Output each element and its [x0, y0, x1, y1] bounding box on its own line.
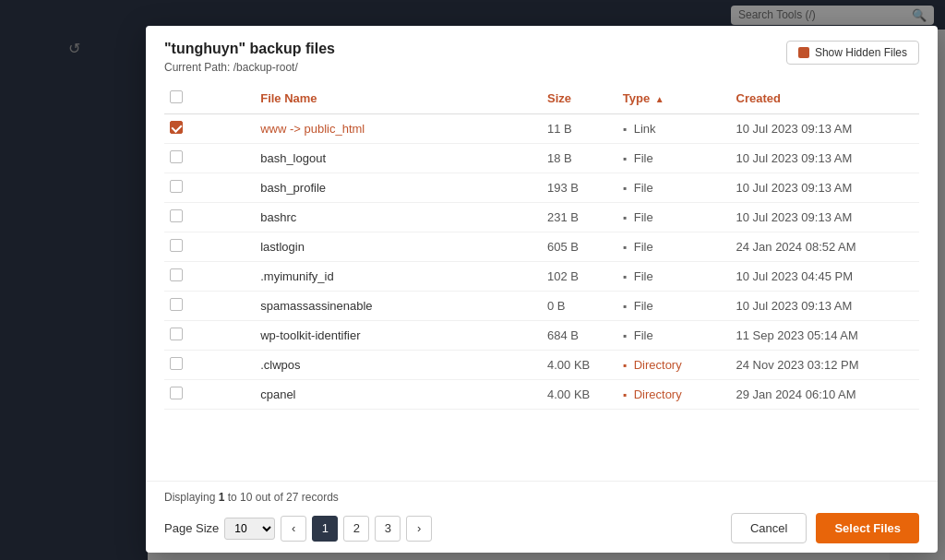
row-size: 4.00 KB	[542, 380, 617, 410]
row-size: 231 B	[542, 203, 617, 232]
prev-page-button[interactable]: ‹	[281, 516, 306, 542]
table-row: .clwpos 4.00 KB ▪ Directory 24 Nov 2023 …	[164, 351, 919, 380]
row-checkbox-cell[interactable]	[164, 232, 255, 262]
show-hidden-files-button[interactable]: Show Hidden Files	[786, 41, 919, 65]
row-checkbox-cell[interactable]	[164, 144, 255, 173]
pagination-section: Page Size 10 25 50 100 ‹ 1 2 3 ›	[164, 516, 432, 542]
file-icon: ▪	[623, 152, 627, 165]
page-3-button[interactable]: 3	[375, 516, 401, 542]
header-type[interactable]: Type ▲	[617, 83, 731, 114]
table-row: bashrc 231 B ▪ File 10 Jul 2023 09:13 AM	[164, 203, 919, 232]
cancel-button[interactable]: Cancel	[731, 513, 807, 543]
red-square-icon	[798, 47, 809, 58]
row-size: 684 B	[542, 321, 617, 351]
modal-footer: Displaying 1 to 10 out of 27 records Pag…	[146, 481, 938, 553]
row-type: ▪ File	[617, 321, 731, 351]
row-checkbox-cell[interactable]	[164, 380, 255, 410]
row-size: 4.00 KB	[542, 351, 617, 380]
header-created[interactable]: Created	[731, 83, 920, 114]
row-filename: lastlogin	[255, 232, 542, 262]
row-filename: bash_profile	[255, 173, 542, 203]
row-checkbox[interactable]	[170, 387, 183, 399]
row-created: 10 Jul 2023 09:13 AM	[731, 203, 920, 232]
show-hidden-label: Show Hidden Files	[815, 46, 907, 59]
row-filename: bashrc	[255, 203, 542, 232]
file-table-container: File Name Size Type ▲ Created	[146, 83, 938, 481]
file-icon: ▪	[623, 300, 627, 313]
row-checkbox-cell[interactable]	[164, 351, 255, 380]
row-checkbox[interactable]	[170, 357, 183, 370]
table-row: cpanel 4.00 KB ▪ Directory 29 Jan 2024 0…	[164, 380, 919, 410]
file-table: File Name Size Type ▲ Created	[164, 83, 919, 410]
modal-subtitle: Current Path: /backup-root/	[164, 61, 335, 74]
page-2-button[interactable]: 2	[343, 516, 369, 542]
row-filename: wp-toolkit-identifier	[255, 321, 542, 351]
row-checkbox[interactable]	[170, 268, 183, 281]
row-filename: bash_logout	[255, 144, 542, 173]
table-header-row: File Name Size Type ▲ Created	[164, 83, 919, 114]
row-type: ▪ Link	[617, 114, 731, 144]
row-size: 605 B	[542, 232, 617, 262]
row-checkbox-cell[interactable]	[164, 292, 255, 321]
row-type: ▪ File	[617, 292, 731, 321]
row-checkbox-cell[interactable]	[164, 321, 255, 351]
row-filename: .myimunify_id	[255, 262, 542, 292]
file-icon: ▪	[623, 241, 627, 254]
row-created: 24 Nov 2023 03:12 PM	[731, 351, 920, 380]
table-row: .myimunify_id 102 B ▪ File 10 Jul 2023 0…	[164, 262, 919, 292]
row-filename: .clwpos	[255, 351, 542, 380]
row-created: 10 Jul 2023 09:13 AM	[731, 114, 920, 144]
row-checkbox[interactable]	[170, 239, 183, 252]
table-row: www -> public_html 11 B ▪ Link 10 Jul 20…	[164, 114, 919, 144]
row-created: 10 Jul 2023 09:13 AM	[731, 144, 920, 173]
directory-icon: ▪	[623, 359, 627, 372]
row-checkbox[interactable]	[170, 180, 183, 193]
row-size: 102 B	[542, 262, 617, 292]
row-checkbox-cell[interactable]	[164, 262, 255, 292]
row-checkbox-cell[interactable]	[164, 173, 255, 203]
row-size: 11 B	[542, 114, 617, 144]
sort-arrow-icon: ▲	[655, 94, 664, 104]
next-page-button[interactable]: ›	[406, 516, 432, 542]
file-browser-modal: "tunghuyn" backup files Current Path: /b…	[146, 26, 938, 553]
row-type: ▪ Directory	[617, 380, 731, 410]
header-file-name[interactable]: File Name	[255, 83, 542, 114]
row-filename: spamassassinenable	[255, 292, 542, 321]
row-size: 193 B	[542, 173, 617, 203]
page-size-select[interactable]: 10 25 50 100	[224, 518, 275, 540]
row-type: ▪ File	[617, 262, 731, 292]
row-checkbox-cell[interactable]	[164, 203, 255, 232]
table-row: bash_profile 193 B ▪ File 10 Jul 2023 09…	[164, 173, 919, 203]
row-created: 10 Jul 2023 04:45 PM	[731, 262, 920, 292]
row-size: 18 B	[542, 144, 617, 173]
select-files-button[interactable]: Select Files	[816, 513, 919, 543]
row-type: ▪ Directory	[617, 351, 731, 380]
row-created: 24 Jan 2024 08:52 AM	[731, 232, 920, 262]
select-all-checkbox[interactable]	[170, 90, 183, 103]
file-icon: ▪	[623, 182, 627, 195]
row-checkbox[interactable]	[170, 328, 183, 340]
table-row: wp-toolkit-identifier 684 B ▪ File 11 Se…	[164, 321, 919, 351]
row-checkbox[interactable]	[170, 150, 183, 163]
table-row: spamassassinenable 0 B ▪ File 10 Jul 202…	[164, 292, 919, 321]
row-checkbox-cell[interactable]	[164, 114, 255, 144]
file-icon: ▪	[623, 123, 627, 136]
header-size[interactable]: Size	[542, 83, 617, 114]
file-icon: ▪	[623, 270, 627, 283]
header-checkbox[interactable]	[164, 83, 255, 114]
row-type: ▪ File	[617, 232, 731, 262]
page-size-label: Page Size	[164, 521, 219, 535]
footer-controls: Page Size 10 25 50 100 ‹ 1 2 3 › Cancel …	[164, 513, 919, 543]
row-checkbox[interactable]	[170, 298, 183, 311]
page-1-button[interactable]: 1	[312, 516, 338, 542]
row-checkbox[interactable]	[170, 209, 183, 222]
table-row: bash_logout 18 B ▪ File 10 Jul 2023 09:1…	[164, 144, 919, 173]
row-checkbox[interactable]	[170, 121, 183, 134]
row-type: ▪ File	[617, 144, 731, 173]
row-filename: cpanel	[255, 380, 542, 410]
row-created: 29 Jan 2024 06:10 AM	[731, 380, 920, 410]
file-icon: ▪	[623, 211, 627, 224]
row-filename: www -> public_html	[255, 114, 542, 144]
file-icon: ▪	[623, 329, 627, 342]
modal-title: "tunghuyn" backup files	[164, 41, 335, 57]
